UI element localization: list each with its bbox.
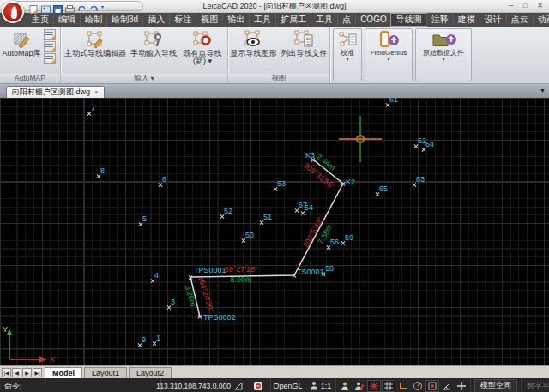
new-file-icon[interactable] — [29, 2, 39, 10]
digitizer-toggle[interactable]: 数字平板 — [522, 381, 549, 392]
ribbon-panels: 校准 ▾ FieldGenius ▾ 原始数据文件 ▾ — [330, 27, 472, 83]
ribbon-tab[interactable]: 导线测 — [391, 14, 426, 26]
traverse-document-icon — [294, 29, 315, 50]
document-tab-close-icon[interactable]: × — [94, 88, 99, 96]
plan-view-icon[interactable] — [232, 380, 245, 392]
ribbon-group-label-input: 输入 ▾ — [61, 74, 227, 83]
station-label[interactable]: TPS0001 — [194, 266, 226, 274]
app-logo-icon[interactable] — [2, 1, 24, 23]
snap-toggle[interactable] — [367, 380, 381, 392]
annotation-monitor-icon[interactable] — [251, 380, 265, 392]
ribbon-tab[interactable]: 标注 — [169, 14, 196, 26]
maximize-button[interactable]: □ — [518, 0, 533, 11]
layout-tab-model[interactable]: Model — [45, 367, 82, 378]
ribbon-tab-bar: 主页编辑绘制绘制3d插入标注视图输出工具扩展工工具点COGO导线测注释建模设计点… — [0, 13, 549, 27]
ribbon-tab[interactable]: 主页 — [27, 14, 53, 26]
workspace-toggle-icon[interactable] — [338, 380, 352, 392]
ribbon-tab[interactable]: 工具 — [249, 14, 275, 26]
ribbon-tab[interactable]: 视图 — [196, 14, 222, 26]
quick-access-toolbar: ▾ — [13, 1, 143, 11]
existing-point-traverse-button[interactable]: 既有点导线 (新) ▾ — [178, 27, 227, 66]
layout-tab-layout1[interactable]: Layout1 — [84, 367, 127, 378]
list-traverse-file-button[interactable]: 列出导线文件 — [279, 27, 329, 57]
ribbon-tab[interactable]: 绘制 — [80, 14, 106, 26]
ribbon-tab[interactable]: 点云 — [506, 14, 533, 26]
plot-icon[interactable] — [65, 2, 75, 10]
open-file-icon[interactable] — [41, 2, 51, 10]
ribbon-tab[interactable]: 动画 — [533, 14, 549, 26]
tab-overflow-icon[interactable]: ▼ — [540, 87, 546, 93]
ribbon-group-label-automap: AutoMAP — [0, 74, 60, 83]
command-line[interactable]: 命令: — [0, 378, 161, 392]
traverse-circle-icon — [193, 29, 212, 50]
ribbon-tab[interactable]: 建模 — [453, 14, 480, 26]
raw-data-dropdown-icon[interactable]: ▾ — [442, 57, 444, 62]
draw-order-icon[interactable] — [353, 380, 366, 392]
minimize-button[interactable]: ─ — [504, 0, 518, 11]
status-bar: 命令: 113.310,108.743,0.000 OpenGL 1:1 — [0, 378, 549, 392]
esnap-toggle[interactable] — [425, 380, 439, 392]
active-traverse-editor-button[interactable]: 主动式导线编辑器 — [61, 27, 130, 57]
close-button[interactable]: ✕ — [533, 0, 547, 11]
etrack-toggle[interactable] — [440, 380, 454, 392]
calibrate-icon — [338, 31, 357, 50]
ribbon-tab[interactable]: COGO — [355, 14, 391, 26]
ribbon-tab[interactable]: 设计 — [480, 14, 506, 26]
raw-data-file-icon — [431, 31, 456, 50]
layout-tab-bar: |◀ ◀ ▶ ▶| ModelLayout1Layout2 — [0, 365, 549, 378]
fieldgenius-button[interactable]: FieldGenius ▾ — [365, 28, 413, 81]
layout-tab-layout2[interactable]: Layout2 — [129, 367, 172, 378]
first-layout-button[interactable]: |◀ — [2, 368, 11, 377]
ribbon-tab[interactable]: 扩展工 — [275, 14, 311, 26]
ribbon-tab[interactable]: 工具 — [311, 14, 337, 26]
ribbon-tab[interactable]: 插入 — [142, 14, 169, 26]
manual-input-traverse-button[interactable]: 手动输入导线 — [130, 27, 178, 57]
raw-data-file-button[interactable]: 原始数据文件 ▾ — [415, 28, 472, 81]
polar-toggle[interactable] — [411, 380, 425, 392]
user-icon — [310, 381, 318, 392]
automap-small-button-2[interactable] — [44, 41, 56, 52]
ribbon-tab[interactable]: 点 — [337, 14, 355, 26]
station-label[interactable]: K3 — [305, 151, 315, 160]
ribbon-tab[interactable]: 注释 — [426, 14, 453, 26]
ucs-x-label: X — [50, 355, 55, 363]
undo-button[interactable] — [77, 2, 87, 10]
station-label[interactable]: K2 — [346, 178, 355, 186]
automap-library-button[interactable]: AutoMap库 — [0, 27, 43, 57]
save-icon[interactable] — [53, 2, 63, 10]
ribbon-tab[interactable]: 输出 — [222, 14, 249, 26]
ortho-toggle[interactable] — [396, 380, 410, 392]
traverse-edit-icon — [86, 29, 105, 50]
document-tab-bar: 向阳村棚户区测图.dwg × ▼ — [0, 84, 549, 98]
drawing-canvas[interactable]: Y X 786553525150439161626463656754565958… — [0, 98, 549, 365]
next-layout-button[interactable]: ▶ — [22, 368, 32, 377]
last-layout-button[interactable]: ▶| — [33, 368, 42, 377]
ucs-icon[interactable]: Y X — [2, 323, 58, 363]
show-traverse-graphics-button[interactable]: 显示导线图形 — [228, 27, 279, 57]
ribbon-tab[interactable]: 绘制3d — [106, 14, 142, 26]
angle-annotation[interactable]: 89°27'18" — [225, 265, 258, 274]
redo-button[interactable] — [89, 2, 99, 10]
opengl-indicator[interactable]: OpenGL — [271, 378, 305, 392]
traverse-polyline[interactable] — [0, 98, 549, 365]
calibrate-dropdown-icon[interactable]: ▾ — [346, 57, 348, 62]
qat-customize-icon[interactable]: ▾ — [101, 3, 104, 9]
station-label[interactable]: TS0001 — [297, 268, 324, 276]
ribbon-group-label-view: 视图 — [228, 74, 329, 83]
automap-small-button-3[interactable] — [44, 53, 56, 64]
grid-toggle[interactable] — [382, 380, 395, 392]
annotation-scale[interactable]: 1:1 — [321, 382, 332, 390]
distance-annotation[interactable]: 8.00m — [230, 275, 251, 284]
model-space-button[interactable]: 模型空间 — [474, 379, 517, 392]
fieldgenius-dropdown-icon[interactable]: ▾ — [387, 57, 389, 62]
calibrate-button[interactable]: 校准 ▾ — [333, 28, 362, 81]
layout-tabs-container: ModelLayout1Layout2 — [43, 367, 172, 378]
fieldgenius-icon — [377, 31, 400, 50]
dyn-ucs-toggle[interactable] — [455, 380, 468, 392]
prev-layout-button[interactable]: ◀ — [12, 368, 21, 377]
station-label[interactable]: TPS0002 — [203, 313, 236, 322]
ribbon-tab[interactable]: 编辑 — [53, 14, 80, 26]
coordinates-readout: 113.310,108.743,0.000 — [161, 378, 226, 392]
document-tab[interactable]: 向阳村棚户区测图.dwg × — [6, 86, 105, 98]
automap-small-button-1[interactable] — [44, 29, 56, 40]
